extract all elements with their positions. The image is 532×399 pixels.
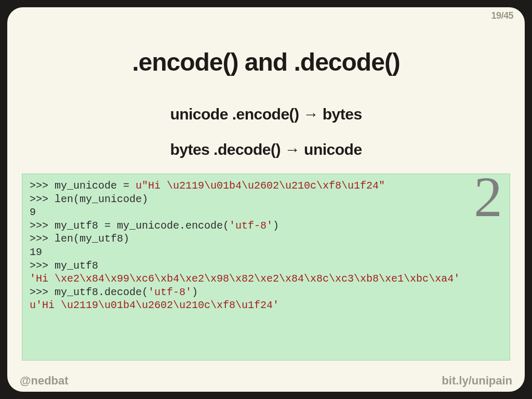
page-total: 45 [503,10,513,21]
code-block: 2 >>> my_unicode = u"Hi \u2119\u01b4\u26… [22,174,510,361]
slide-title: .encode() and .decode() [7,48,525,76]
code-output: 9 [30,206,502,219]
subtitle-encode: unicode .encode() → bytes [7,105,525,123]
string-literal: u"Hi \u2119\u01b4\u2602\u210c\xf8\u1f24" [136,180,385,192]
code-output: 'Hi \xe2\x84\x99\xc6\xb4\xe2\x98\x82\xe2… [30,272,502,286]
string-literal: 'utf-8' [148,286,192,298]
code-output: 19 [30,246,502,259]
code-line: >>> my_unicode = u"Hi \u2119\u01b4\u2602… [30,179,502,193]
code-line: >>> len(my_unicode) [30,193,502,206]
footer-link: bit.ly/unipain [442,374,512,388]
subtitle-decode: bytes .decode() → unicode [7,141,525,158]
page-current: 19 [491,10,501,21]
string-literal: 'utf-8' [229,220,273,232]
code-output: u'Hi \u2119\u01b4\u2602\u210c\xf8\u1f24' [30,299,502,312]
footer-handle: @nedbat [20,374,69,388]
page-counter: 19/45 [491,10,513,21]
code-line: >>> my_utf8.decode('utf-8') [30,286,502,299]
code-line: >>> len(my_utf8) [30,232,502,246]
code-line: >>> my_utf8 [30,259,502,273]
slide: 19/45 .encode() and .decode() unicode .e… [7,7,525,392]
code-line: >>> my_utf8 = my_unicode.encode('utf-8') [30,219,502,233]
subtitle-group: unicode .encode() → bytes bytes .decode(… [7,98,525,176]
